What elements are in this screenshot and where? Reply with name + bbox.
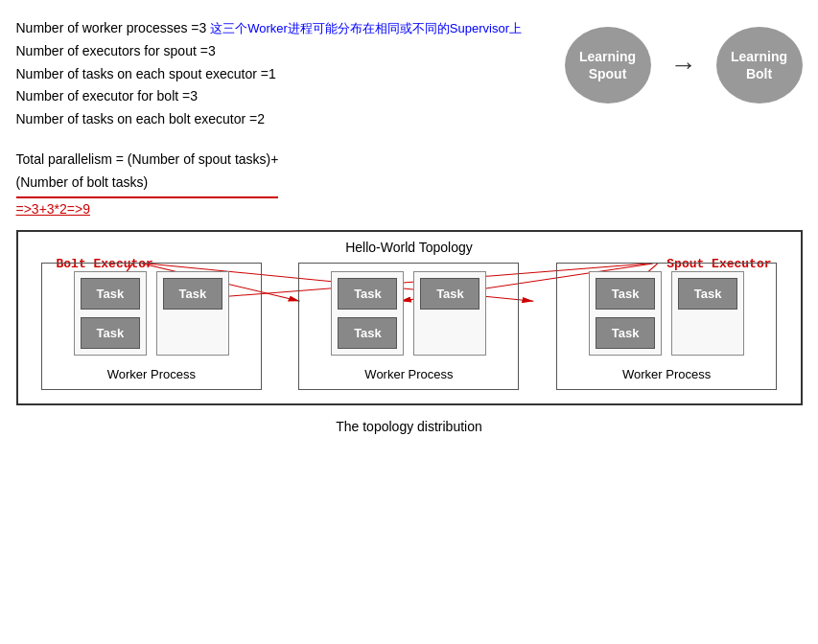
top-section: Number of worker processes =3 这三个Worker进… [16, 17, 803, 220]
line1: Number of worker processes =3 这三个Worker进… [16, 17, 546, 40]
line1-text: Number of worker processes =3 [16, 20, 211, 35]
worker-inner-1: Task Task Task [74, 271, 229, 356]
topology-box: Hello-World Topology Bolt Executor Spout… [16, 230, 803, 405]
task-box: Task [163, 278, 222, 310]
task-box: Task [596, 317, 655, 349]
task-box: Task [338, 278, 397, 310]
main-container: Number of worker processes =3 这三个Worker进… [16, 17, 803, 435]
task-box: Task [420, 278, 479, 310]
worker-box-3: Task Task Task Worker Process [556, 263, 777, 390]
line4: Number of executor for bolt =3 [16, 85, 546, 108]
executor-spout-2: Task [413, 271, 486, 356]
worker-label-3: Worker Process [622, 367, 711, 381]
caption: The topology distribution [16, 419, 803, 435]
worker-inner-3: Task Task Task [589, 271, 744, 356]
topology-title: Hello-World Topology [28, 240, 791, 255]
worker-box-2: Task Task Task Worker Process [298, 263, 519, 390]
formula-label2: (Number of bolt tasks) [16, 174, 149, 190]
executor-spout-3: Task [671, 271, 744, 356]
executor-spout-1: Task [156, 271, 229, 356]
task-box: Task [678, 278, 737, 310]
spout-node: LearningSpout [565, 27, 651, 104]
info-text: Number of worker processes =3 这三个Worker进… [16, 17, 546, 220]
task-box: Task [81, 317, 140, 349]
task-box: Task [596, 278, 655, 310]
worker-inner-2: Task Task Task [331, 271, 486, 356]
task-box: Task [81, 278, 140, 310]
executor-bolt-1: Task Task [74, 271, 147, 356]
line3: Number of tasks on each spout executor =… [16, 63, 546, 86]
line5: Number of tasks on each bolt executor =2 [16, 108, 546, 131]
bolt-node: LearningBolt [716, 27, 803, 104]
workers-row: Task Task Task Worker Process Task Task [28, 263, 791, 390]
arrow-icon: → [670, 50, 697, 80]
executor-bolt-2: Task Task [331, 271, 404, 356]
formula-label: Total parallelism = (Number of spout tas… [16, 151, 279, 167]
executor-bolt-3: Task Task [589, 271, 662, 356]
line1-chinese: 这三个Worker进程可能分布在相同或不同的Supervisor上 [210, 21, 522, 35]
task-box: Task [338, 317, 397, 349]
formula-result-text: =>3+3*2=>9 [16, 201, 90, 217]
formula-block: Total parallelism = (Number of spout tas… [16, 141, 546, 220]
worker-label-2: Worker Process [364, 367, 453, 381]
formula-result: =>3+3*2=>9 [16, 198, 546, 221]
worker-box-1: Task Task Task Worker Process [41, 263, 262, 390]
node-diagram: LearningSpout → LearningBolt [565, 27, 803, 104]
line2: Number of executors for spout =3 [16, 40, 546, 63]
formula-section: Total parallelism = (Number of spout tas… [16, 149, 279, 198]
worker-label-1: Worker Process [107, 367, 196, 381]
